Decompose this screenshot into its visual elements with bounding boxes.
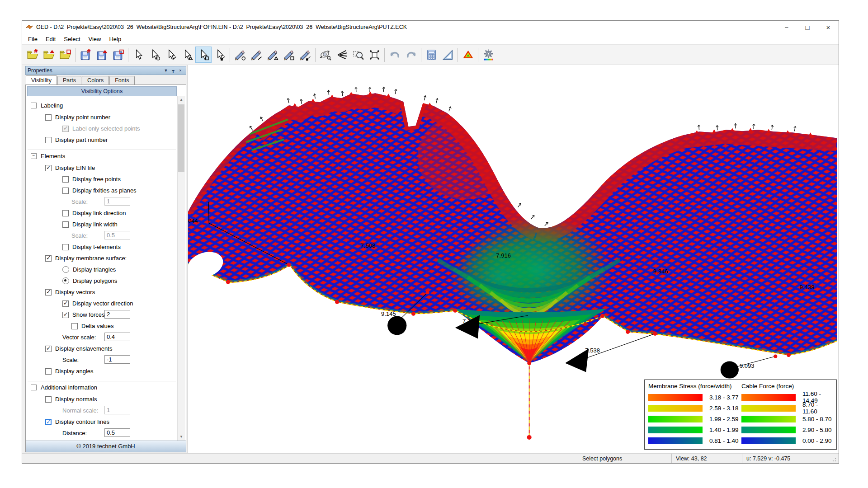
option-label: Display normals [55,396,97,403]
open-elements-file-button[interactable] [41,47,57,63]
collapse-icon[interactable]: − [31,153,37,159]
select-links-button[interactable] [212,47,228,63]
scroll-up-icon[interactable]: ▲ [178,96,185,103]
collapse-icon[interactable]: − [31,385,37,390]
rays-button[interactable] [334,47,350,63]
scroll-down-icon[interactable]: ▼ [178,433,185,441]
draw-link-button[interactable] [297,47,313,63]
tab-colors[interactable]: Colors [82,76,109,84]
legend-row: 5.80 - 8.70 [741,413,835,424]
value-input[interactable] [104,310,130,319]
minimize-button[interactable]: − [776,21,797,33]
draw-point-button[interactable] [232,47,248,63]
select-triangles-button[interactable] [179,47,195,63]
cursor-triangle-icon [181,49,193,61]
checkbox[interactable] [62,312,69,318]
radio-button[interactable] [62,277,69,284]
menu-view[interactable]: View [85,36,105,42]
checkbox[interactable] [45,114,52,121]
option-display-fixities-as-planes: Display fixities as planes [28,185,176,196]
checkbox[interactable] [62,210,69,216]
model-viewport[interactable]: 12.0447.5087.9169.3469.4399.1457.1627.53… [188,65,839,453]
render-membrane-button[interactable] [460,47,476,63]
legend-row: 0.00 - 2.90 [741,435,835,446]
option-normal-scale-: Normal scale: [28,405,176,416]
select-lines-button[interactable] [163,47,179,63]
measure-button[interactable] [439,47,456,63]
cursor-square-icon [198,49,210,61]
legend-row: 8.70 - 11.60 [741,403,835,413]
zoom-extents-button[interactable] [366,47,382,63]
checkbox[interactable] [62,221,69,228]
close-button[interactable]: × [818,21,839,33]
tab-fonts[interactable]: Fonts [109,76,134,84]
save-polygons-file-button[interactable] [110,47,126,63]
value-input[interactable] [104,355,130,364]
value-input[interactable] [104,428,130,437]
maximize-button[interactable]: □ [797,21,818,33]
section-label: Additional information [41,384,97,391]
open-polygons-file-button[interactable] [57,47,73,63]
select-polygons-button[interactable] [195,47,212,63]
open-points-file-button[interactable]: # [24,47,41,63]
section-additional-information: −Additional information [28,381,176,394]
option-label: Delta values [81,323,114,329]
checkbox[interactable] [62,176,69,183]
checkbox[interactable] [62,300,69,307]
floppy-hash-icon: # [80,49,92,61]
orbit-view-button[interactable] [317,47,334,63]
select-points-button[interactable] [146,47,163,63]
menu-edit[interactable]: Edit [42,36,60,42]
option-label: Display point number [55,114,110,121]
tab-visibility[interactable]: Visibility [26,75,57,84]
checkbox[interactable] [62,188,69,194]
checkbox[interactable] [45,137,52,143]
save-points-file-button[interactable]: # [77,47,94,63]
section-label: Labeling [41,102,63,109]
zoom-window-button[interactable] [350,47,366,63]
undo-button[interactable] [387,47,403,63]
panel-close-button[interactable]: × [177,68,184,73]
checkbox[interactable] [45,419,52,425]
redo-button[interactable] [403,47,419,63]
value-input[interactable] [104,333,130,341]
radio-button[interactable] [62,266,69,273]
field-label: Distance: [62,430,87,436]
option-display-triangles: Display triangles [28,264,176,275]
legend-swatch [741,416,796,422]
checkbox[interactable] [62,244,69,250]
option-display-enslavements: Display enslavements [28,343,176,354]
draw-line-button[interactable] [248,47,264,63]
checkbox[interactable] [45,289,52,296]
scrollbar-thumb[interactable] [178,104,184,172]
option-display-link-direction: Display link direction [28,207,176,219]
collapse-icon[interactable]: − [31,103,37,108]
calculator-button[interactable] [423,47,439,63]
menu-file[interactable]: File [24,36,42,42]
option-label: Display vectors [55,289,95,296]
checkbox[interactable] [45,165,52,171]
ged-app-icon [25,23,33,31]
legend-swatch [741,427,796,433]
folder-hash-icon: # [27,49,39,61]
properties-panel-titlebar[interactable]: Properties ▼┳× [25,66,186,75]
option-display-membrane-surface-: Display membrane surface: [28,253,176,264]
select-button[interactable] [130,47,146,63]
checkbox[interactable] [45,255,52,262]
save-elements-file-button[interactable] [94,47,110,63]
draw-triangle-button[interactable] [264,47,281,63]
checkbox[interactable] [71,323,78,329]
panel-pin-button[interactable]: ┳ [170,68,177,73]
panel-dropdown-button[interactable]: ▼ [162,68,170,73]
checkbox[interactable] [45,368,52,375]
menu-help[interactable]: Help [105,36,125,42]
panel-scrollbar[interactable]: ▲ ▼ [177,96,185,441]
resize-grip[interactable] [831,454,839,463]
checkbox[interactable] [45,396,52,403]
menu-select[interactable]: Select [60,36,84,42]
tab-parts[interactable]: Parts [57,76,81,84]
checkbox[interactable] [45,346,52,352]
draw-polygon-button[interactable] [281,47,297,63]
toolbar-separator [384,48,385,62]
render-settings-button[interactable] [480,47,496,63]
